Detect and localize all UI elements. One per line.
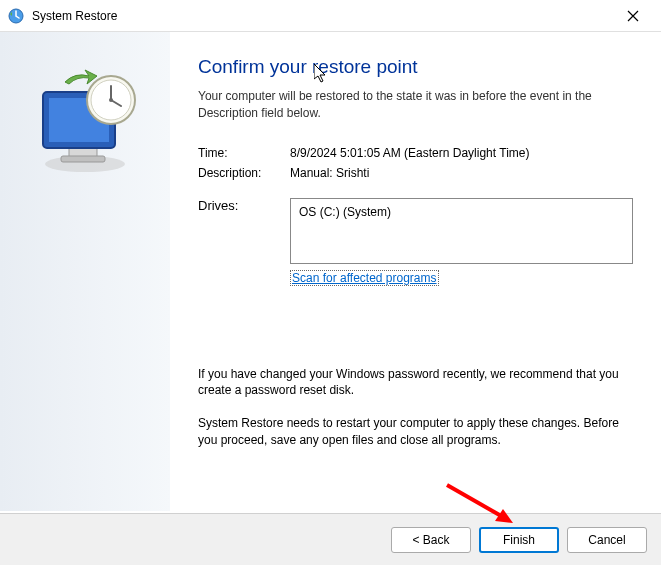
- drives-label: Drives:: [198, 198, 290, 213]
- cancel-button[interactable]: Cancel: [567, 527, 647, 553]
- finish-button[interactable]: Finish: [479, 527, 559, 553]
- time-row: Time: 8/9/2024 5:01:05 AM (Eastern Dayli…: [198, 146, 633, 160]
- sidebar: [0, 32, 170, 511]
- system-restore-icon: [8, 8, 24, 24]
- restore-graphic-icon: [25, 66, 145, 179]
- drive-item: OS (C:) (System): [299, 205, 391, 219]
- close-button[interactable]: [613, 2, 653, 30]
- drives-row: Drives: OS (C:) (System): [198, 198, 633, 264]
- description-label: Description:: [198, 166, 290, 180]
- description-row: Description: Manual: Srishti: [198, 166, 633, 180]
- page-subtext: Your computer will be restored to the st…: [198, 88, 633, 122]
- scan-link-wrap: Scan for affected programs: [290, 270, 633, 286]
- description-value: Manual: Srishti: [290, 166, 633, 180]
- time-label: Time:: [198, 146, 290, 160]
- footer-buttons: < Back Finish Cancel: [0, 513, 661, 565]
- svg-rect-3: [61, 156, 105, 162]
- time-value: 8/9/2024 5:01:05 AM (Eastern Daylight Ti…: [290, 146, 633, 160]
- main-panel: Confirm your restore point Your computer…: [170, 32, 661, 511]
- drives-list: OS (C:) (System): [290, 198, 633, 264]
- scan-affected-link[interactable]: Scan for affected programs: [290, 270, 439, 286]
- window-title: System Restore: [32, 9, 613, 23]
- content-area: Confirm your restore point Your computer…: [0, 32, 661, 511]
- password-note: If you have changed your Windows passwor…: [198, 366, 633, 400]
- page-heading: Confirm your restore point: [198, 56, 633, 78]
- notes-section: If you have changed your Windows passwor…: [198, 366, 633, 449]
- titlebar: System Restore: [0, 0, 661, 32]
- svg-point-10: [109, 98, 113, 102]
- back-button[interactable]: < Back: [391, 527, 471, 553]
- restart-note: System Restore needs to restart your com…: [198, 415, 633, 449]
